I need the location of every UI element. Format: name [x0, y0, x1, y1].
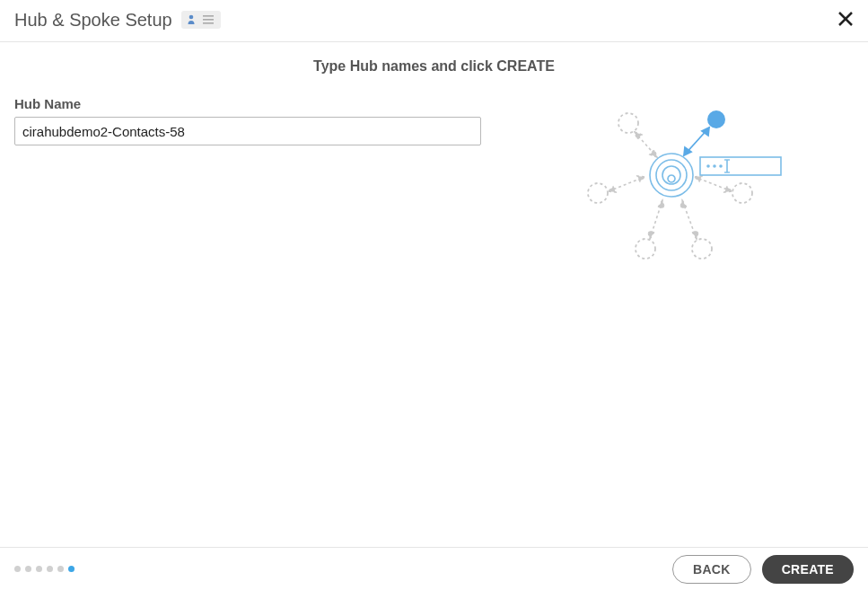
form-column: Hub Name	[14, 96, 481, 145]
svg-marker-12	[650, 150, 657, 157]
diagram-column	[517, 96, 854, 267]
svg-rect-3	[203, 22, 214, 24]
back-button[interactable]: BACK	[672, 555, 751, 584]
progress-dot	[25, 566, 31, 572]
svg-rect-1	[203, 15, 214, 17]
svg-marker-21	[658, 200, 664, 207]
svg-point-6	[618, 113, 638, 133]
svg-rect-33	[700, 157, 781, 175]
svg-marker-25	[692, 232, 698, 239]
svg-point-35	[713, 164, 716, 168]
svg-point-7	[588, 183, 608, 203]
progress-dot	[57, 566, 64, 572]
svg-point-9	[636, 239, 655, 259]
svg-point-36	[719, 164, 723, 168]
svg-rect-2	[203, 19, 214, 21]
svg-point-26	[707, 110, 725, 128]
svg-marker-22	[648, 232, 654, 239]
progress-dot	[36, 566, 42, 572]
svg-point-10	[692, 239, 712, 259]
hub-name-input[interactable]	[14, 117, 481, 145]
progress-dot-active	[68, 566, 75, 572]
svg-point-34	[706, 164, 710, 168]
svg-point-0	[189, 15, 193, 20]
svg-point-8	[732, 183, 752, 203]
hub-name-label: Hub Name	[14, 96, 481, 111]
progress-dot	[14, 566, 21, 572]
header-left: Hub & Spoke Setup	[14, 10, 221, 31]
subtitle: Type Hub names and click CREATE	[0, 42, 868, 96]
progress-dot	[47, 566, 53, 572]
hub-spoke-diagram-icon	[578, 96, 793, 267]
dialog-header: Hub & Spoke Setup	[0, 0, 868, 42]
content: Hub Name	[0, 96, 868, 267]
svg-marker-24	[680, 200, 687, 207]
footer-buttons: BACK CREATE	[672, 555, 854, 584]
svg-marker-13	[635, 132, 642, 139]
dialog-title: Hub & Spoke Setup	[14, 10, 172, 31]
create-button[interactable]: CREATE	[762, 555, 854, 584]
footer: BACK CREATE	[0, 547, 868, 590]
close-icon[interactable]	[837, 9, 854, 31]
progress-dots	[14, 566, 75, 572]
user-list-icon	[181, 11, 221, 29]
